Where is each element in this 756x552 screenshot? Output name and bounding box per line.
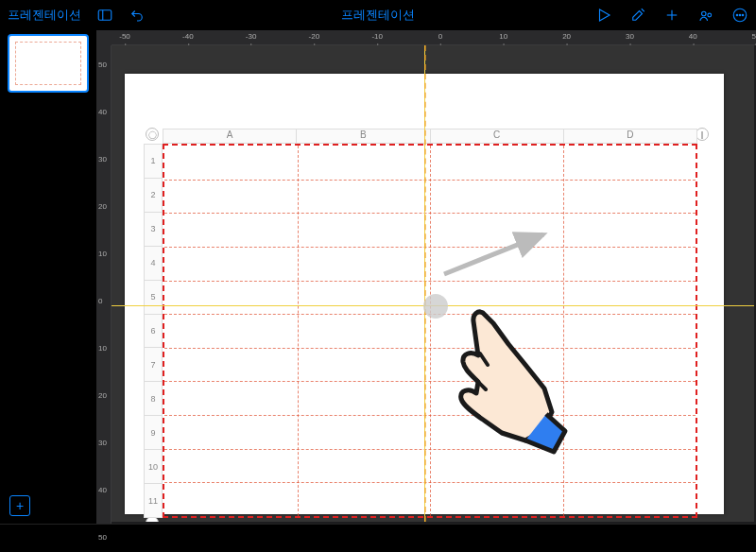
sidebar-toggle-icon[interactable] [96, 7, 113, 24]
ruler-v-tick: 0 [98, 297, 102, 305]
ruler-v-tick: 50 [98, 60, 107, 69]
ruler-h-tick: 10 [499, 32, 507, 41]
ruler-h-tick: 50 [752, 32, 756, 41]
svg-rect-0 [98, 10, 112, 21]
add-slide-button[interactable]: + [9, 495, 30, 516]
table-add-column-handle[interactable]: ‖ [696, 128, 709, 141]
toolbar: 프레젠테이션 프레젠테이션 [0, 0, 756, 30]
ruler-v-tick: 10 [98, 250, 107, 258]
ruler-h-tick: 0 [438, 32, 442, 41]
column-header[interactable]: D [564, 129, 697, 144]
table-selection[interactable] [163, 144, 697, 518]
document-title[interactable]: 프레젠테이션 [341, 7, 415, 24]
svg-point-8 [736, 14, 738, 16]
ruler-horizontal[interactable]: -50-40-30-20-1001020304050 [112, 30, 756, 45]
ruler-v-tick: 10 [98, 344, 107, 353]
svg-point-9 [739, 14, 741, 16]
hand-cursor-illustration [431, 299, 573, 459]
column-header[interactable]: A [163, 129, 297, 144]
table-select-handle[interactable]: ◯ [146, 128, 159, 141]
column-header[interactable]: C [431, 129, 564, 144]
row-header[interactable]: 4 [144, 247, 163, 281]
play-icon[interactable] [595, 7, 612, 24]
canvas-area: -50-40-30-20-1001020304050 5040302010010… [96, 30, 756, 524]
row-header[interactable]: 2 [144, 179, 163, 213]
svg-point-10 [742, 14, 744, 16]
row-header[interactable]: 8 [144, 382, 163, 416]
ruler-origin [96, 30, 112, 45]
svg-marker-2 [600, 9, 610, 21]
ruler-v-tick: 30 [98, 439, 107, 447]
row-header[interactable]: 6 [144, 315, 163, 349]
ruler-v-tick: 40 [98, 486, 107, 494]
slide-thumbnail-1[interactable] [9, 36, 87, 91]
ruler-v-tick: 40 [98, 108, 107, 116]
ruler-v-tick: 50 [98, 533, 107, 542]
column-header[interactable]: B [297, 129, 430, 144]
more-icon[interactable] [731, 7, 748, 24]
ruler-vertical[interactable]: 504030201001020304050 [96, 45, 112, 524]
plus-icon[interactable] [663, 7, 680, 24]
svg-line-12 [444, 234, 543, 274]
brush-icon[interactable] [629, 7, 646, 24]
undo-icon[interactable] [129, 7, 146, 24]
ruler-h-tick: 30 [626, 32, 634, 41]
collaborate-icon[interactable] [697, 7, 714, 24]
slide-navigator: 1 + [0, 30, 96, 524]
ruler-h-tick: 20 [562, 32, 571, 41]
gesture-arrow [435, 227, 558, 284]
ruler-h-tick: -30 [246, 32, 257, 41]
row-header[interactable]: 1 [144, 144, 163, 179]
row-header[interactable]: 10 [144, 450, 163, 484]
ruler-v-tick: 20 [98, 202, 107, 211]
svg-point-5 [702, 11, 707, 16]
ruler-h-tick: -50 [119, 32, 130, 41]
documents-button[interactable]: 프레젠테이션 [8, 7, 81, 24]
ruler-h-tick: -10 [371, 32, 383, 41]
row-header[interactable]: 11 [144, 484, 163, 518]
ruler-h-tick: -40 [182, 32, 194, 41]
row-header[interactable]: 3 [144, 213, 163, 247]
ruler-v-tick: 30 [98, 155, 107, 164]
alignment-guide-vertical-2 [424, 45, 426, 522]
slide-canvas[interactable]: ◯ ‖ = ABCD 1234567891011 [112, 45, 754, 522]
row-header[interactable]: 9 [144, 416, 163, 450]
bottom-bar [0, 524, 756, 552]
svg-point-6 [708, 13, 712, 17]
row-header[interactable]: 7 [144, 348, 163, 382]
row-headers[interactable]: 1234567891011 [144, 144, 163, 518]
ruler-v-tick: 20 [98, 391, 107, 400]
row-header[interactable]: 5 [144, 281, 163, 315]
ruler-h-tick: -20 [309, 32, 320, 41]
column-headers[interactable]: ABCD [163, 129, 697, 144]
ruler-h-tick: 40 [689, 32, 697, 41]
